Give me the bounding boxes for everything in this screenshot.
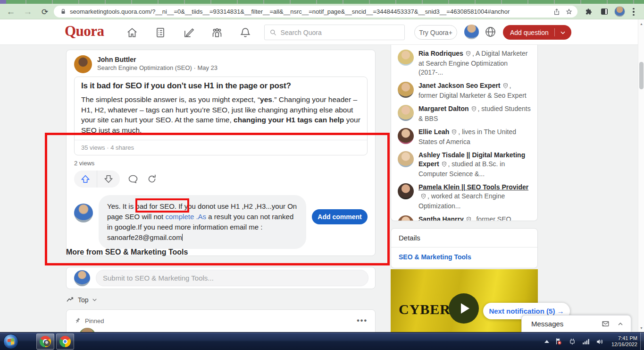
play-button[interactable] xyxy=(449,293,479,324)
post-actions xyxy=(67,167,375,192)
browser-profile-avatar[interactable] xyxy=(614,6,625,17)
chevron-up-icon[interactable] xyxy=(617,320,624,328)
add-comment-button[interactable]: Add comment xyxy=(312,209,368,224)
chrome-icon xyxy=(59,336,71,347)
browser-toolbar: ← → ⟳ seomarketingtools.quora.com/?__ni_… xyxy=(0,4,644,19)
pinned-label: Pinned xyxy=(85,317,104,324)
nav-home-icon[interactable] xyxy=(125,26,139,39)
taskbar-clock[interactable]: 7:41 PM 12/16/2022 xyxy=(611,335,637,348)
tray-expand-icon[interactable] xyxy=(544,340,549,343)
post-header: John Buttler Search Engine Optimization … xyxy=(67,50,375,77)
taskbar-chrome[interactable] xyxy=(56,333,74,350)
list-item[interactable]: Margaret Dalton, studied Students & BBS xyxy=(398,104,531,123)
person-avatar[interactable] xyxy=(398,215,414,221)
post-title[interactable]: Is it bad for SEO if you don’t use H1 in… xyxy=(81,81,360,91)
scrollbar-thumb[interactable] xyxy=(639,62,644,89)
post-author-name[interactable]: John Buttler xyxy=(97,55,217,64)
show-desktop-button[interactable] xyxy=(640,333,644,350)
list-item[interactable]: Santha Hanrry, former SEO Expert, Techni… xyxy=(398,215,531,221)
extensions-puzzle-icon[interactable] xyxy=(585,8,593,16)
person-avatar[interactable] xyxy=(398,82,414,98)
list-item[interactable]: Janet Jackson Seo Expert, former Digital… xyxy=(398,81,531,100)
post-stats: 35 views · 4 shares xyxy=(75,140,367,155)
side-panel-icon[interactable] xyxy=(601,9,608,15)
chrome-icon xyxy=(40,336,51,347)
more-from-space-heading: More from SEO & Marketing Tools xyxy=(66,248,188,256)
person-avatar[interactable] xyxy=(398,183,414,199)
page-content: John Buttler Search Engine Optimization … xyxy=(0,45,638,332)
vote-pill xyxy=(74,171,120,188)
messages-compose-icon[interactable] xyxy=(601,319,610,328)
person-avatar[interactable] xyxy=(398,50,414,66)
nav-notifications-icon[interactable] xyxy=(239,26,252,39)
shared-post-box[interactable]: Is it bad for SEO if you don’t use H1 in… xyxy=(74,77,368,155)
repost-icon[interactable] xyxy=(146,173,158,185)
person-avatar[interactable] xyxy=(398,105,414,121)
browser-menu-icon[interactable] xyxy=(632,7,635,17)
add-question-button[interactable]: Add question xyxy=(503,25,571,40)
browser-forward-button[interactable]: → xyxy=(22,6,34,18)
scroll-down-arrow[interactable]: ▼ xyxy=(638,324,644,331)
user-avatar[interactable] xyxy=(464,25,479,39)
add-question-dropdown-icon[interactable] xyxy=(555,29,571,36)
clock-time: 7:41 PM xyxy=(611,335,637,341)
bookmark-star-icon[interactable] xyxy=(565,8,573,16)
nav-answer-icon[interactable] xyxy=(182,26,195,39)
messages-bar[interactable]: Messages xyxy=(521,315,631,332)
submit-avatar[interactable] xyxy=(74,270,90,286)
page-scrollbar[interactable]: ▲ ▼ xyxy=(638,19,644,332)
person-avatar[interactable] xyxy=(398,151,414,167)
browser-reload-button[interactable]: ⟳ xyxy=(39,6,51,18)
windows-taskbar: 7:41 PM 12/16/2022 xyxy=(0,332,644,350)
pinned-menu-icon[interactable]: ••• xyxy=(357,316,368,325)
post-card: John Buttler Search Engine Optimization … xyxy=(66,50,376,256)
upvote-button[interactable] xyxy=(74,171,97,188)
comment-compose-area: Yes. It is bad for SEO. If you donot use… xyxy=(67,192,375,256)
start-button[interactable] xyxy=(3,334,18,349)
submit-post-input[interactable] xyxy=(96,270,368,286)
try-quora-plus-button[interactable]: Try Quora+ xyxy=(414,25,457,40)
taskbar-chrome-active[interactable] xyxy=(36,333,54,350)
action-center-flag-icon[interactable] xyxy=(554,337,563,346)
scroll-up-arrow[interactable]: ▲ xyxy=(638,20,644,27)
downvote-button[interactable] xyxy=(97,171,120,188)
comment-input-bubble[interactable]: Yes. It is bad for SEO. If you donot use… xyxy=(99,195,306,249)
nav-following-icon[interactable] xyxy=(154,26,167,39)
trending-icon xyxy=(66,295,75,304)
verified-badge-icon xyxy=(502,82,509,91)
feed-sort-filter[interactable]: Top xyxy=(66,295,98,304)
nav-spaces-icon[interactable] xyxy=(210,26,224,39)
ad-video-thumbnail[interactable]: CYBER O xyxy=(391,269,538,332)
quora-search-box[interactable] xyxy=(264,25,405,40)
post-author-avatar[interactable] xyxy=(74,55,92,73)
installer-plug-icon[interactable] xyxy=(568,337,577,346)
verified-badge-icon xyxy=(451,128,457,137)
pinned-post-avatar xyxy=(79,328,96,332)
verified-badge-icon xyxy=(466,216,472,221)
verified-badge-icon xyxy=(465,50,471,59)
list-item[interactable]: Ria Rodriques, A Digital Marketer at Sea… xyxy=(398,49,531,77)
search-input[interactable] xyxy=(281,29,400,36)
commenter-avatar[interactable] xyxy=(74,204,93,222)
quora-header: Quora Try Quora+ Add question xyxy=(0,19,644,45)
tab-strip-corner xyxy=(0,0,6,4)
details-heading: Details xyxy=(391,229,537,248)
screen: ← → ⟳ seomarketingtools.quora.com/?__ni_… xyxy=(0,0,644,350)
browser-back-button[interactable]: ← xyxy=(5,6,17,18)
volume-icon[interactable] xyxy=(595,337,604,346)
browser-address-bar[interactable]: seomarketingtools.quora.com/?__ni__=0&__… xyxy=(54,6,577,17)
comment-icon[interactable] xyxy=(127,173,139,185)
list-item[interactable]: Ellie Leah, lives in The United States o… xyxy=(398,128,531,146)
network-signal-icon[interactable] xyxy=(582,337,590,346)
sidebar-people-card: Ria Rodriques, A Digital Marketer at Sea… xyxy=(391,45,538,221)
language-globe-icon[interactable] xyxy=(484,26,497,40)
space-link[interactable]: SEO & Marketing Tools xyxy=(391,248,537,266)
post-meta: Search Engine Optimization (SEO) · May 2… xyxy=(97,64,217,72)
list-item[interactable]: Ashley Tisdale || Digital Marketing Expe… xyxy=(398,151,531,179)
list-item[interactable]: Pamela Klein || SEO Tools Provider, work… xyxy=(398,183,531,211)
quora-logo[interactable]: Quora xyxy=(65,23,104,40)
person-avatar[interactable] xyxy=(398,128,414,144)
feed-sort-label: Top xyxy=(78,296,89,304)
verified-badge-icon xyxy=(441,161,447,170)
share-icon[interactable] xyxy=(553,8,560,16)
